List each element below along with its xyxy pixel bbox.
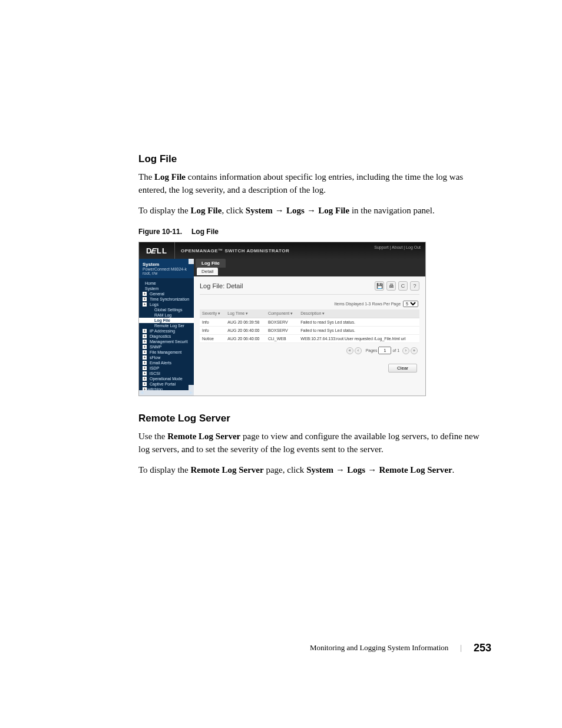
bold-text: Remote Log Server xyxy=(191,465,264,475)
nav-item[interactable]: Remote Log Ser xyxy=(139,323,194,328)
nav-item[interactable]: Home xyxy=(139,281,194,286)
screenshot-log-file: DELL OPENMANAGE™ SWITCH ADMINISTRATOR Su… xyxy=(138,242,426,396)
paragraph: Use the Remote Log Server page to view a… xyxy=(138,430,491,456)
pager-next-icon[interactable]: › xyxy=(402,347,409,354)
header-links[interactable]: Support | About | Log Out xyxy=(374,245,421,249)
content-pane: Log File: Detail 💾 🖶 C ? Items Displayed… xyxy=(194,276,425,396)
table-cell: WEB:10.27.64.133:root:User requested /Lo… xyxy=(298,335,419,343)
nav-item[interactable]: Diagnostics xyxy=(139,334,194,339)
table-cell: BOXSERV xyxy=(266,318,298,327)
rows-per-page-select[interactable]: 5 xyxy=(403,301,418,307)
main-panel: Log File Detail Log File: Detail 💾 🖶 C ? xyxy=(194,259,425,396)
table-row: NoticeAUG 20 06:40:00CLI_WEBWEB:10.27.64… xyxy=(200,335,419,343)
nav-item[interactable]: iSCSI xyxy=(139,371,194,376)
footer-text: Monitoring and Logging System Informatio… xyxy=(310,643,448,653)
app-header: DELL OPENMANAGE™ SWITCH ADMINISTRATOR Su… xyxy=(139,242,425,259)
table-cell: Failed to read Sys Led status. xyxy=(298,318,419,327)
arrow-icon: → xyxy=(333,465,347,475)
nav-item[interactable]: Logs xyxy=(139,302,194,307)
text: Use the xyxy=(138,431,167,441)
bold-text: Log File xyxy=(154,172,186,182)
sidebar: ▲ System PowerConnect M8024-k root, r/w … xyxy=(139,259,194,396)
text: The xyxy=(138,172,154,182)
pager-last-icon[interactable]: » xyxy=(411,347,418,354)
bold-text: Remote Log Server xyxy=(167,431,240,441)
text: To display the xyxy=(138,206,191,215)
clear-button[interactable]: Clear xyxy=(388,364,417,373)
nav-item[interactable]: Time Synchronization xyxy=(139,297,194,302)
footer-separator: | xyxy=(460,643,462,653)
items-displayed-text: Items Displayed 1-3 Rows Per Page xyxy=(335,302,401,306)
refresh-icon[interactable]: C xyxy=(398,281,408,291)
table-cell: AUG 20 06:39:58 xyxy=(225,318,266,327)
figure-caption: Figure 10-11.Log File xyxy=(138,228,491,236)
bold-text: Log File xyxy=(191,206,222,215)
bold-text: Remote Log Server xyxy=(379,465,452,475)
table-row: InfoAUG 20 06:39:58BOXSERVFailed to read… xyxy=(200,318,419,327)
bold-text: System xyxy=(246,206,273,215)
print-icon[interactable]: 🖶 xyxy=(386,281,396,291)
page-number: 253 xyxy=(474,642,491,654)
scrollbar-down-icon[interactable]: ▼ xyxy=(189,385,194,390)
device-model: PowerConnect M8024-k xyxy=(143,267,190,271)
figure-title: Log File xyxy=(191,228,219,236)
arrow-icon: → xyxy=(273,205,286,215)
nav-item[interactable]: Global Settings xyxy=(139,307,194,312)
table-cell: Failed to read Sys Led status. xyxy=(298,327,419,335)
tab-log-file[interactable]: Log File xyxy=(196,259,226,268)
table-cell: Notice xyxy=(200,335,225,343)
scrollbar-up-icon[interactable]: ▲ xyxy=(189,259,194,264)
arrow-icon: → xyxy=(305,205,318,215)
bold-text: Logs xyxy=(286,206,305,215)
nav-item[interactable]: General xyxy=(139,291,194,297)
text: in the navigation panel. xyxy=(349,206,435,215)
table-cell: BOXSERV xyxy=(266,327,298,335)
pager-label: Pages xyxy=(366,348,378,353)
product-title: OPENMANAGE™ SWITCH ADMINISTRATOR xyxy=(175,248,289,253)
paragraph: The Log File contains information about … xyxy=(138,171,491,197)
dell-logo: DELL xyxy=(139,242,175,259)
table-cell: CLI_WEB xyxy=(266,335,298,343)
text: page, click xyxy=(264,465,306,475)
save-icon[interactable]: 💾 xyxy=(375,281,384,291)
table-cell: AUG 20 06:40:00 xyxy=(225,335,266,343)
table-cell: Info xyxy=(200,327,225,335)
column-header[interactable]: Severity ▾ xyxy=(200,309,225,318)
nav-item[interactable]: Management Securit xyxy=(139,339,194,344)
pager-current-input[interactable] xyxy=(378,347,391,354)
nav-item[interactable]: RAM Log xyxy=(139,312,194,318)
pane-title: Log File: Detail xyxy=(200,282,243,289)
column-header[interactable]: Component ▾ xyxy=(266,309,298,318)
text: To display the xyxy=(138,465,191,475)
nav-item[interactable]: ISDP xyxy=(139,365,194,371)
pager: «‹ Pages of 1 ›» xyxy=(200,343,419,358)
heading-remote-log-server: Remote Log Server xyxy=(138,413,491,424)
figure-label: Figure 10-11. xyxy=(138,228,182,236)
nav-item[interactable]: IP Addressing xyxy=(139,328,194,334)
column-header[interactable]: Description ▾ xyxy=(298,309,419,318)
tab-detail[interactable]: Detail xyxy=(197,268,218,275)
tab-bar: Log File Detail xyxy=(194,259,425,276)
nav-item[interactable]: SNMP xyxy=(139,344,194,350)
text: , click xyxy=(222,206,245,215)
text: contains information about specific log … xyxy=(138,172,463,195)
pager-prev-icon[interactable]: ‹ xyxy=(355,347,362,354)
nav-item[interactable]: sFlow xyxy=(139,355,194,360)
nav-item[interactable]: File Management xyxy=(139,350,194,355)
column-header[interactable]: Log Time ▾ xyxy=(225,309,266,318)
nav-item[interactable]: Email Alerts xyxy=(139,360,194,365)
nav-item[interactable]: System xyxy=(139,286,194,291)
sidebar-header: System PowerConnect M8024-k root, r/w xyxy=(139,259,194,278)
system-label: System xyxy=(143,262,190,267)
log-table: Severity ▾Log Time ▾Component ▾Descripti… xyxy=(200,309,419,343)
nav-item[interactable]: Operational Mode xyxy=(139,376,194,381)
nav-item[interactable]: Captive Portal xyxy=(139,381,194,387)
h-scrollbar[interactable]: ◀▶ xyxy=(139,390,194,396)
nav-item[interactable]: Log File xyxy=(139,318,194,323)
table-cell: Info xyxy=(200,318,225,327)
page-footer: Monitoring and Logging System Informatio… xyxy=(138,642,491,654)
table-row: InfoAUG 20 06:40:00BOXSERVFailed to read… xyxy=(200,327,419,335)
bold-text: Logs xyxy=(347,465,365,475)
help-icon[interactable]: ? xyxy=(410,281,419,291)
pager-first-icon[interactable]: « xyxy=(346,347,353,354)
